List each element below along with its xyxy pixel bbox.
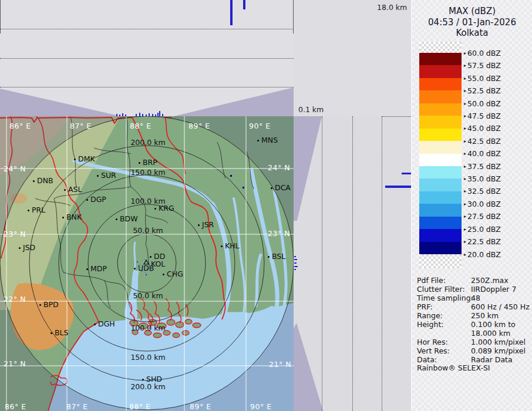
dbz-scale-label-row: ▸ 42.5 dBZ	[464, 137, 501, 146]
dbz-scale-label-row: ▸ 25.0 dBZ	[464, 225, 501, 234]
product-title: MAX (dBZ)	[412, 6, 532, 16]
product-info-row: Clutter Filter: IIRDoppler 7	[412, 285, 532, 294]
echo-bar	[230, 0, 233, 25]
dbz-scale-label: 27.5 dBZ	[467, 212, 501, 221]
city-dot-icon	[33, 180, 35, 182]
colorbar-segment	[419, 204, 462, 216]
dbz-scale-label: 22.5 dBZ	[467, 237, 501, 246]
dbz-scale-label-row: ▸ 22.5 dBZ	[464, 237, 501, 246]
scale-tick-arrow-icon: ▸	[464, 201, 466, 206]
product-datetime: 04:53 / 01-Jan-2026	[412, 17, 532, 28]
longitude-label: 87° E	[66, 402, 88, 411]
blind-cone-wedge-bottom	[294, 323, 323, 411]
product-info-row: PRF: 600 Hz / 450 Hz	[412, 302, 532, 311]
dbz-scale-label: 55.0 dBZ	[467, 74, 501, 83]
echo-speck	[243, 187, 244, 188]
scale-tick-arrow-icon: ▸	[464, 63, 466, 68]
info-value: 600 Hz / 450 Hz	[471, 302, 530, 311]
colorbar-segment	[419, 191, 462, 204]
info-value: Radar Data	[471, 355, 513, 364]
city-dot-icon	[198, 224, 200, 226]
colorbar-segment	[419, 178, 462, 191]
dbz-scale-label-row: ▸ 32.5 dBZ	[464, 187, 501, 196]
dbz-scale-label: 52.5 dBZ	[467, 86, 501, 95]
colorbar-segment	[419, 116, 462, 128]
latitude-label: 23° N	[4, 230, 26, 238]
city-code-label: DNB	[37, 176, 53, 185]
info-label: Clutter Filter:	[417, 285, 465, 294]
echo-tick	[159, 111, 160, 116]
dbz-scale-label: 50.0 dBZ	[467, 99, 501, 108]
echo-bar	[385, 186, 411, 188]
colorbar-segment	[419, 103, 462, 116]
city-code-label: BNK	[66, 213, 82, 221]
latitude-label: 21° N	[269, 360, 291, 369]
info-value: 0.089 km/pixel	[471, 346, 526, 355]
dbz-scale-label: 45.0 dBZ	[467, 124, 501, 133]
city-dot-icon	[86, 268, 88, 270]
scale-tick-arrow-icon: ▸	[464, 227, 466, 231]
echo-tick	[294, 259, 297, 260]
height-gridline	[0, 29, 294, 29]
info-label: Hor Res:	[417, 338, 448, 346]
city-code-label: MDP	[90, 264, 107, 273]
info-label: Data:	[417, 355, 437, 364]
city-dot-icon	[94, 324, 96, 325]
colorbar-segment	[419, 242, 462, 254]
radar-display-window: 18.0 km 0.1 km	[0, 0, 532, 411]
city-code-label: BRP	[143, 158, 157, 167]
city-dot-icon	[28, 210, 29, 211]
product-info-row: Data: Radar Data	[412, 355, 532, 364]
city-code-label: ASL	[68, 185, 82, 194]
dbz-scale-label-row: ▸ 55.0 dBZ	[464, 74, 501, 83]
dbz-scale-label-row: ▸ 40.0 dBZ	[464, 149, 501, 158]
scale-tick-arrow-icon: ▸	[464, 101, 466, 106]
info-label: PRF:	[417, 302, 433, 311]
colorbar-segment	[419, 78, 462, 90]
city-code-label: SUR	[101, 171, 116, 180]
dbz-scale-label-row: ▸ 37.5 dBZ	[464, 162, 501, 171]
radar-site-name: Kolkata	[412, 28, 532, 38]
height-gridline	[0, 58, 294, 59]
city-code-label: DMK	[78, 154, 95, 163]
city-code-label: BDW	[120, 214, 138, 223]
echo-speck	[138, 268, 139, 269]
city-dot-icon	[154, 208, 156, 210]
echo-speck	[146, 274, 147, 275]
info-value: 250 km	[471, 311, 499, 320]
dbz-scale-label: 37.5 dBZ	[467, 162, 501, 171]
info-label: Vert Res:	[417, 346, 450, 355]
scale-tick-arrow-icon: ▸	[464, 239, 466, 244]
dbz-scale-label-row: ▸ 27.5 dBZ	[464, 212, 501, 221]
panel-edge-line	[0, 0, 1, 33]
dbz-scale-label: 35.0 dBZ	[467, 174, 501, 183]
product-info-row: 18.000 km	[412, 329, 532, 338]
city-code-label: DGH	[98, 319, 115, 328]
range-ring-label: 200.0 km	[130, 138, 165, 147]
blind-cone-wedge-top	[294, 116, 322, 221]
city-dot-icon	[139, 162, 140, 164]
product-info-row: Time sampling: 48	[412, 294, 532, 302]
dbz-scale-label: 32.5 dBZ	[467, 187, 501, 196]
echo-speck	[137, 261, 138, 262]
info-label: Height:	[417, 320, 444, 329]
city-dot-icon	[271, 187, 272, 189]
city-dot-icon	[62, 217, 64, 218]
range-ring-label: 150.0 km	[130, 168, 165, 177]
dbz-colorbar	[419, 53, 462, 254]
echo-tick	[294, 256, 296, 257]
echo-speck	[147, 262, 149, 263]
longitude-label: 90° E	[250, 402, 272, 411]
city-code-label: BSL	[272, 252, 285, 261]
latitude-label: 24° N	[4, 164, 26, 173]
city-code-label: BPD	[43, 300, 59, 309]
city-code-label: DGP	[90, 195, 106, 204]
echo-speck	[144, 259, 145, 260]
city-dot-icon	[134, 268, 136, 269]
city-dot-icon	[221, 245, 223, 247]
dbz-scale-label-row: ▸ 45.0 dBZ	[464, 124, 501, 133]
dbz-scale-label-row: ▸ 57.5 dBZ	[464, 61, 501, 70]
colorbar-segment	[419, 166, 462, 178]
echo-speck	[142, 266, 143, 267]
height-gridline	[322, 116, 322, 411]
